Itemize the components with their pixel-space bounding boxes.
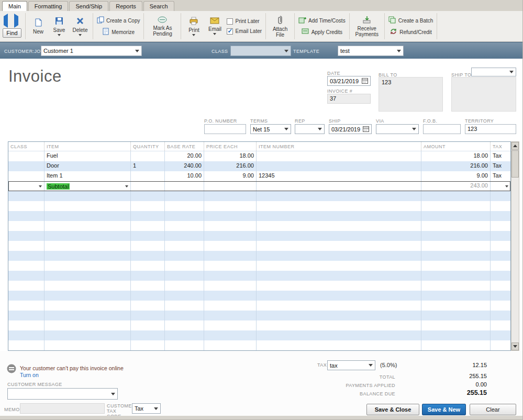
empty-cell[interactable] <box>8 281 44 291</box>
empty-cell[interactable] <box>130 191 164 201</box>
cell-quantity[interactable] <box>130 171 164 181</box>
rep-select[interactable] <box>295 124 325 134</box>
empty-cell[interactable] <box>164 271 204 281</box>
empty-cell[interactable] <box>256 201 421 211</box>
email-button[interactable]: Email <box>206 17 224 35</box>
cell-amount[interactable]: 9.00 <box>421 171 490 181</box>
empty-cell[interactable] <box>421 320 490 330</box>
empty-cell[interactable] <box>421 330 490 340</box>
customer-message-select[interactable] <box>7 388 118 400</box>
column-header-class[interactable]: CLASS <box>8 142 44 151</box>
via-select[interactable] <box>376 124 419 134</box>
empty-cell[interactable] <box>490 191 510 201</box>
po-number-field[interactable] <box>204 124 246 134</box>
tab-send-ship[interactable]: Send/Ship <box>69 1 108 11</box>
empty-cell[interactable] <box>256 191 421 201</box>
column-header-price-each[interactable]: PRICE EACH <box>204 142 256 151</box>
empty-cell[interactable] <box>8 271 44 281</box>
cell-base-rate[interactable]: 10.00 <box>164 171 204 181</box>
cell-tax-dropdown[interactable] <box>490 181 510 191</box>
empty-cell[interactable] <box>256 211 421 221</box>
empty-cell[interactable] <box>130 271 164 281</box>
empty-cell[interactable] <box>44 231 130 241</box>
empty-cell[interactable] <box>256 261 421 271</box>
cell-class-dropdown[interactable] <box>8 181 44 191</box>
table-empty-row[interactable] <box>8 201 510 211</box>
empty-cell[interactable] <box>204 311 256 320</box>
empty-cell[interactable] <box>490 221 510 231</box>
empty-cell[interactable] <box>8 211 44 221</box>
empty-cell[interactable] <box>164 251 204 261</box>
empty-cell[interactable] <box>8 241 44 251</box>
cell-tax[interactable]: Tax <box>490 151 510 161</box>
table-empty-row[interactable] <box>8 191 510 201</box>
empty-cell[interactable] <box>44 201 130 211</box>
apply-credits-button[interactable]: Apply Credits <box>302 28 342 36</box>
empty-cell[interactable] <box>8 221 44 231</box>
cell-item[interactable]: Fuel <box>44 151 130 161</box>
column-header-item-number[interactable]: ITEM NUMBER <box>256 142 421 151</box>
empty-cell[interactable] <box>8 291 44 301</box>
empty-cell[interactable] <box>8 261 44 271</box>
empty-cell[interactable] <box>44 340 130 350</box>
cell-price-each[interactable]: 18.00 <box>204 151 256 161</box>
column-header-tax[interactable]: TAX <box>490 142 510 151</box>
empty-cell[interactable] <box>164 311 204 320</box>
empty-cell[interactable] <box>204 301 256 311</box>
empty-cell[interactable] <box>130 211 164 221</box>
empty-cell[interactable] <box>490 261 510 271</box>
empty-cell[interactable] <box>204 211 256 221</box>
cell-price-each[interactable]: 9.00 <box>204 171 256 181</box>
column-header-item[interactable]: ITEM <box>44 142 130 151</box>
table-row-selected[interactable]: Subtotal 243.00 <box>8 181 510 191</box>
table-empty-row[interactable] <box>8 211 510 221</box>
empty-cell[interactable] <box>421 340 490 350</box>
empty-cell[interactable] <box>421 271 490 281</box>
attach-file-button[interactable]: Attach File <box>270 15 291 38</box>
cell-class[interactable] <box>8 151 44 161</box>
empty-cell[interactable] <box>44 271 130 281</box>
empty-cell[interactable] <box>8 340 44 350</box>
table-row[interactable]: Door 1 240.00 216.00 216.00 Tax <box>8 161 510 171</box>
empty-cell[interactable] <box>130 291 164 301</box>
delete-button[interactable]: Delete <box>71 17 89 36</box>
empty-cell[interactable] <box>164 291 204 301</box>
table-empty-row[interactable] <box>8 291 510 301</box>
empty-cell[interactable] <box>204 271 256 281</box>
empty-cell[interactable] <box>490 340 510 350</box>
empty-cell[interactable] <box>204 340 256 350</box>
empty-cell[interactable] <box>130 261 164 271</box>
empty-cell[interactable] <box>8 191 44 201</box>
column-header-quantity[interactable]: QUANTITY <box>130 142 164 151</box>
ship-date-field[interactable]: 03/21/2019 <box>329 124 372 134</box>
table-empty-row[interactable] <box>8 221 510 231</box>
empty-cell[interactable] <box>421 291 490 301</box>
empty-cell[interactable] <box>130 340 164 350</box>
ship-to-select[interactable] <box>471 68 516 76</box>
empty-cell[interactable] <box>204 191 256 201</box>
forward-button[interactable] <box>14 16 18 26</box>
cell-item[interactable]: Item 1 <box>44 171 130 181</box>
empty-cell[interactable] <box>256 340 421 350</box>
empty-cell[interactable] <box>130 231 164 241</box>
save-button[interactable]: Save <box>50 17 68 36</box>
empty-cell[interactable] <box>130 281 164 291</box>
cell-quantity[interactable]: 1 <box>130 161 164 171</box>
empty-cell[interactable] <box>490 231 510 241</box>
table-empty-row[interactable] <box>8 311 510 320</box>
empty-cell[interactable] <box>421 191 490 201</box>
empty-cell[interactable] <box>164 330 204 340</box>
empty-cell[interactable] <box>256 301 421 311</box>
empty-cell[interactable] <box>130 241 164 251</box>
save-new-button[interactable]: Save & New <box>422 404 466 415</box>
empty-cell[interactable] <box>44 291 130 301</box>
empty-cell[interactable] <box>204 251 256 261</box>
receive-payments-button[interactable]: Receive Payments <box>353 16 381 37</box>
empty-cell[interactable] <box>44 301 130 311</box>
empty-cell[interactable] <box>44 330 130 340</box>
refund-credit-button[interactable]: Refund/Credit <box>390 28 432 36</box>
empty-cell[interactable] <box>421 211 490 221</box>
add-time-costs-button[interactable]: Add Time/Costs <box>298 16 346 25</box>
tab-reports[interactable]: Reports <box>109 1 142 11</box>
tab-main[interactable]: Main <box>2 1 27 11</box>
